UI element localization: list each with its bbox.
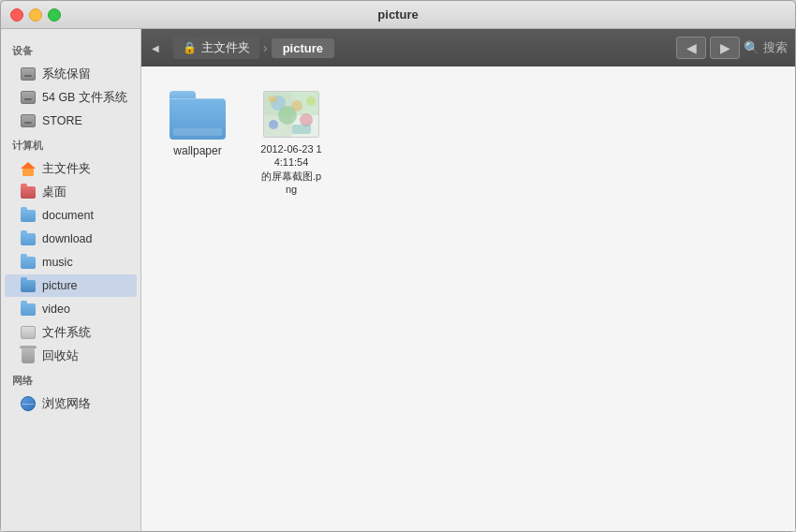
hdd-icon [20,112,37,129]
window-controls [1,8,61,22]
sidebar-item-label: picture [42,279,78,292]
sidebar-item-picture[interactable]: picture [5,274,137,297]
sidebar-item-trash[interactable]: 回收站 [5,345,137,367]
file-item-wallpaper[interactable]: wallpaper [160,85,235,201]
sidebar-item-desktop[interactable]: 桌面 [5,181,137,203]
folder-desktop-icon [20,184,37,200]
svg-point-8 [306,96,316,106]
network-icon [20,395,37,412]
folder-blue-active-icon [20,277,37,294]
sidebar-item-label: document [42,209,94,222]
breadcrumb: 🔒 主文件夹 › picture [173,37,665,59]
nav-prev-button[interactable]: ◀ [676,37,706,59]
file-manager-window: picture 设备 系统保留 54 GB 文件系统 [0,0,796,532]
filesystem-icon [20,324,37,341]
file-area: wallpaper [141,66,795,531]
sidebar-item-label: 回收站 [42,348,79,364]
search-label: 搜索 [763,39,788,56]
png-thumbnail [263,91,319,138]
sidebar-item-label: 文件系统 [42,325,91,341]
nav-next-button[interactable]: ▶ [710,37,740,59]
sidebar-item-label: STORE [42,114,82,127]
sidebar-item-store[interactable]: STORE [5,110,137,132]
search-icon: 🔍 [744,40,759,55]
section-computer-label: 计算机 [1,133,140,156]
section-devices-label: 设备 [1,38,140,62]
hdd-icon [20,89,37,106]
breadcrumb-current-label: picture [272,38,334,58]
svg-rect-10 [292,125,311,134]
sidebar-item-document[interactable]: document [5,204,137,227]
folder-blue-icon [20,301,37,318]
sidebar-item-label: 主文件夹 [42,161,91,177]
trash-icon [20,347,37,364]
sidebar-item-home[interactable]: 主文件夹 [5,157,137,180]
file-name: wallpaper [173,144,221,159]
folder-blue-icon [20,254,37,271]
svg-point-6 [300,113,313,126]
sidebar-item-label: 54 GB 文件系统 [42,90,127,106]
back-arrow-icon: ◀ [152,43,159,53]
search-area: 🔍 搜索 [744,39,788,56]
main-content: 设备 系统保留 54 GB 文件系统 STORE 计算机 [1,29,795,531]
file-item-screenshot[interactable]: 2012-06-23 14:11:54 的屏幕截图.png [254,85,329,201]
nav-next-icon: ▶ [720,40,730,55]
sidebar: 设备 系统保留 54 GB 文件系统 STORE 计算机 [1,29,141,531]
lock-icon: 🔒 [183,41,197,54]
file-name: 2012-06-23 14:11:54 的屏幕截图.png [259,142,323,196]
close-button[interactable] [10,8,23,22]
folder-blue-icon [20,207,37,224]
titlebar: picture [1,1,795,29]
breadcrumb-home-label: 主文件夹 [201,39,250,56]
maximize-button[interactable] [48,8,61,22]
section-network-label: 网络 [1,368,140,392]
breadcrumb-separator: › [263,40,268,55]
svg-rect-9 [269,96,276,102]
sidebar-item-download[interactable]: download [5,228,137,250]
back-button[interactable]: ◀ [149,41,162,54]
right-panel: ◀ 🔒 主文件夹 › picture ◀ ▶ 🔍 [141,29,795,531]
svg-point-5 [278,106,297,125]
sidebar-item-label: music [42,256,73,269]
window-title: picture [377,7,418,22]
sidebar-item-browse-network[interactable]: 浏览网络 [5,392,137,415]
svg-point-7 [269,120,278,129]
breadcrumb-home-button[interactable]: 🔒 主文件夹 [173,37,259,59]
sidebar-item-label: 系统保留 [42,66,91,82]
sidebar-item-label: 浏览网络 [42,396,91,412]
sidebar-item-video[interactable]: video [5,298,137,320]
sidebar-item-system-save[interactable]: 系统保留 [5,63,137,85]
sidebar-item-label: 桌面 [42,185,66,200]
minimize-button[interactable] [29,8,42,22]
hdd-icon [20,66,37,82]
toolbar: ◀ 🔒 主文件夹 › picture ◀ ▶ 🔍 [141,29,795,66]
folder-blue-icon [20,230,37,247]
folder-icon [170,91,226,140]
nav-prev-icon: ◀ [686,40,697,55]
sidebar-item-filesystem[interactable]: 文件系统 [5,321,137,344]
sidebar-item-music[interactable]: music [5,251,137,273]
sidebar-item-label: download [42,232,93,245]
sidebar-item-label: video [42,303,70,316]
sidebar-item-54gb[interactable]: 54 GB 文件系统 [5,86,137,109]
home-icon [20,160,37,177]
